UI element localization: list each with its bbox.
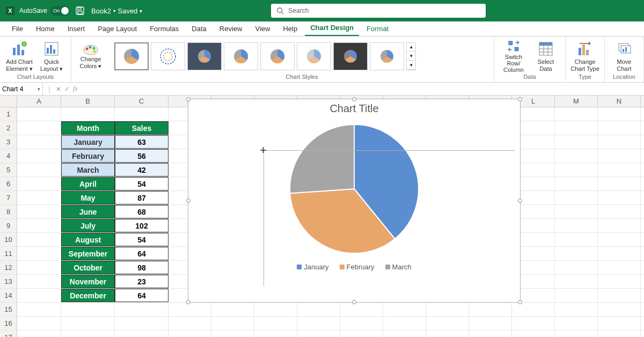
quick-layout-button[interactable]: Quick Layout ▾ [36, 39, 67, 74]
cell[interactable] [17, 289, 61, 302]
row-header[interactable]: 4 [0, 149, 17, 163]
tab-formulas[interactable]: Formulas [144, 23, 184, 36]
chart-title[interactable]: Chart Title [188, 102, 520, 115]
cell[interactable] [254, 303, 297, 316]
cell[interactable] [598, 275, 641, 288]
change-chart-type-button[interactable]: Change Chart Type [570, 39, 600, 74]
cell[interactable]: 64 [115, 289, 169, 302]
cell[interactable] [598, 149, 641, 163]
cell[interactable] [555, 317, 598, 330]
select-all-cell[interactable] [0, 96, 17, 107]
cell[interactable] [555, 205, 598, 218]
chart-style-8[interactable] [370, 42, 404, 70]
column-header[interactable]: N [598, 96, 641, 107]
row-header[interactable]: 6 [0, 177, 17, 191]
cell[interactable]: 56 [115, 149, 169, 163]
cell[interactable] [115, 107, 169, 121]
toggle-switch-icon[interactable]: On [50, 6, 70, 16]
switch-row-column-button[interactable]: Switch Row/ Column [499, 39, 529, 74]
cell[interactable] [115, 317, 169, 330]
cell[interactable]: 54 [115, 177, 169, 191]
cell[interactable] [17, 303, 61, 316]
cell[interactable]: December [61, 289, 115, 302]
cell[interactable]: 64 [115, 247, 169, 260]
cell[interactable] [598, 289, 641, 302]
cell[interactable] [555, 177, 598, 191]
cell[interactable] [555, 149, 598, 163]
tab-home[interactable]: Home [31, 23, 60, 36]
tab-review[interactable]: Review [214, 23, 248, 36]
cell[interactable]: April [61, 177, 115, 191]
cell[interactable] [17, 233, 61, 246]
row-header[interactable]: 16 [0, 317, 17, 330]
cell[interactable] [555, 135, 598, 149]
cell[interactable]: July [61, 219, 115, 232]
cell[interactable] [211, 303, 254, 316]
cell[interactable] [555, 191, 598, 204]
cell[interactable]: February [61, 149, 115, 163]
cell[interactable]: 54 [115, 233, 169, 246]
select-data-button[interactable]: Select Data [531, 39, 561, 74]
column-header[interactable]: C [115, 96, 169, 107]
cell[interactable] [555, 289, 598, 302]
cell[interactable]: Month [61, 121, 115, 135]
row-header[interactable]: 1 [0, 107, 17, 121]
chart-style-2[interactable] [151, 42, 185, 70]
cell[interactable] [512, 303, 555, 316]
cell[interactable] [555, 247, 598, 260]
cell[interactable] [426, 303, 469, 316]
chart-style-3[interactable] [187, 42, 222, 70]
cell[interactable]: 87 [115, 191, 169, 204]
row-header[interactable]: 2 [0, 121, 17, 135]
row-header[interactable]: 17 [0, 331, 17, 337]
column-header[interactable]: M [555, 96, 598, 107]
chart-legend[interactable]: JanuaryFebruaryMarch [188, 263, 520, 271]
cell[interactable] [17, 219, 61, 232]
cell[interactable] [383, 303, 426, 316]
cell[interactable] [555, 303, 598, 316]
cell[interactable]: January [61, 135, 115, 149]
cancel-formula-icon[interactable]: ✕ [56, 85, 61, 93]
name-box[interactable]: Chart 4 ▾ [0, 83, 43, 95]
tab-view[interactable]: View [250, 23, 275, 36]
tab-chart-design[interactable]: Chart Design [305, 21, 359, 36]
autosave-toggle[interactable]: AutoSave On [19, 6, 70, 16]
legend-item[interactable]: March [385, 263, 412, 271]
cell[interactable] [17, 107, 61, 121]
cell[interactable] [598, 261, 641, 274]
cell[interactable] [340, 331, 383, 337]
cell[interactable] [469, 331, 512, 337]
tab-page-layout[interactable]: Page Layout [92, 23, 142, 36]
tab-format[interactable]: Format [361, 23, 394, 36]
pie-chart[interactable] [188, 119, 520, 259]
row-header[interactable]: 12 [0, 261, 17, 274]
cell[interactable] [598, 219, 641, 232]
cell[interactable] [598, 331, 641, 337]
cell[interactable] [17, 135, 61, 149]
cell[interactable] [61, 317, 115, 330]
cell[interactable] [115, 331, 169, 337]
chart-style-7[interactable] [333, 42, 368, 70]
cell[interactable] [254, 317, 297, 330]
worksheet[interactable]: ABCDEFGHIJKLMN 12MonthSales3January634Fe… [0, 96, 644, 337]
cell[interactable] [555, 121, 598, 135]
tab-insert[interactable]: Insert [62, 23, 91, 36]
row-header[interactable]: 13 [0, 275, 17, 288]
row-header[interactable]: 15 [0, 303, 17, 316]
cell[interactable] [598, 317, 641, 330]
cell[interactable] [555, 275, 598, 288]
cell[interactable]: 63 [115, 135, 169, 149]
cell[interactable] [61, 107, 115, 121]
cell[interactable] [17, 205, 61, 218]
cell[interactable] [17, 163, 61, 177]
cell[interactable] [383, 317, 426, 330]
row-header[interactable]: 10 [0, 233, 17, 246]
cell[interactable] [17, 247, 61, 260]
cell[interactable] [17, 177, 61, 191]
cell[interactable] [211, 317, 254, 330]
cell[interactable] [598, 303, 641, 316]
cell[interactable] [555, 261, 598, 274]
tab-data[interactable]: Data [186, 23, 211, 36]
cell[interactable] [469, 303, 512, 316]
cell[interactable] [297, 317, 340, 330]
